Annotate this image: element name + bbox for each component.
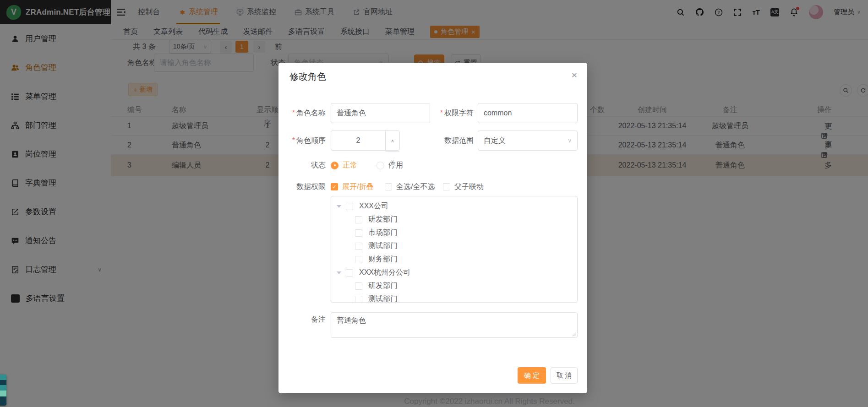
required-star: * — [440, 109, 443, 117]
radio-normal[interactable]: 正常 — [331, 161, 357, 170]
checkbox-label: 父子联动 — [454, 182, 484, 192]
field-label: 备注 — [311, 315, 326, 323]
status-radio-group: 正常 停用 — [331, 157, 403, 174]
dialog-title: 修改角色 — [289, 71, 326, 83]
tree-node[interactable]: 测试部门 — [331, 239, 577, 253]
checkbox-unchecked-icon[interactable] — [355, 243, 362, 250]
caret-down-icon[interactable] — [337, 205, 341, 208]
status-field-label: 状态 — [278, 157, 326, 174]
checkbox-unchecked-icon[interactable] — [346, 269, 353, 277]
tree-node-label: 研发部门 — [368, 215, 398, 224]
tree-node-label: 财务部门 — [368, 255, 398, 264]
increase-button[interactable]: ∧ — [386, 131, 399, 152]
role-order-stepper[interactable]: 2 ∧ ∨ — [331, 130, 400, 151]
radio-unselected-icon — [377, 162, 384, 169]
field-label: 角色顺序 — [296, 136, 326, 144]
tree-node-label: 测试部门 — [368, 241, 398, 251]
checkbox-parent-child-link[interactable]: 父子联动 — [443, 179, 484, 195]
role-order-field-label: *角色顺序 — [278, 130, 326, 151]
field-label: 角色名称 — [296, 109, 326, 117]
field-label: 权限字符 — [444, 109, 474, 117]
resize-handle-icon[interactable] — [572, 332, 576, 336]
chevron-down-icon: ∨ — [568, 130, 572, 151]
required-star: * — [292, 109, 295, 117]
checkbox-select-all[interactable]: 全选/全不选 — [385, 179, 435, 195]
data-scope-value: 自定义 — [484, 130, 506, 151]
app-window: V ZRAdmin.NET后台管理 控制台 系统管理 系统监控 — [0, 0, 868, 407]
tree-node[interactable]: 测试部门 — [331, 293, 577, 303]
remark-textarea[interactable]: 普通角色 — [331, 312, 578, 338]
tree-node-label: XXX公司 — [359, 201, 388, 211]
field-label: 数据范围 — [444, 136, 474, 144]
data-perm-options: ✓ 展开/折叠 全选/全不选 父子联动 — [278, 179, 587, 195]
checkbox-expand-collapse[interactable]: ✓ 展开/折叠 — [331, 179, 373, 195]
perm-char-field-label: *权限字符 — [416, 103, 474, 123]
tree-node[interactable]: XXX杭州分公司 — [331, 266, 577, 279]
role-name-field[interactable] — [331, 103, 430, 123]
checkbox-label: 展开/折叠 — [342, 182, 373, 192]
tree-node-label: 测试部门 — [368, 294, 398, 303]
remark-field-label: 备注 — [278, 315, 326, 324]
checkbox-unchecked-icon[interactable] — [346, 203, 353, 210]
data-scope-field-label: 数据范围 — [416, 130, 474, 151]
radio-selected-icon — [331, 162, 338, 169]
tree-node[interactable]: 研发部门 — [331, 279, 577, 293]
cancel-button[interactable]: 取 消 — [551, 367, 578, 384]
field-label: 状态 — [311, 161, 326, 169]
tree-node-label: 市场部门 — [368, 228, 398, 238]
stepper-controls: ∧ ∨ — [385, 131, 399, 150]
radio-label: 正常 — [343, 161, 357, 170]
checkbox-unchecked-icon[interactable] — [355, 216, 362, 223]
checkbox-unchecked-icon — [443, 183, 450, 190]
tree-node[interactable]: XXX公司 — [331, 200, 577, 213]
checkbox-unchecked-icon — [385, 183, 392, 190]
remark-value: 普通角色 — [337, 316, 366, 324]
checkbox-label: 全选/全不选 — [396, 182, 435, 192]
stepper-value: 2 — [331, 130, 385, 151]
perm-char-field[interactable] — [478, 103, 578, 123]
checkbox-checked-icon: ✓ — [331, 183, 338, 190]
checkbox-unchecked-icon[interactable] — [355, 296, 362, 303]
data-scope-select[interactable]: 自定义 ∨ — [478, 130, 578, 151]
dept-tree: XXX公司 研发部门 市场部门 测试部门 财务部门 XXX杭州分公司 — [331, 196, 578, 303]
role-name-field-label: *角色名称 — [278, 103, 326, 123]
radio-label: 停用 — [388, 161, 403, 170]
radio-disabled[interactable]: 停用 — [377, 161, 403, 170]
checkbox-unchecked-icon[interactable] — [355, 229, 362, 237]
tree-node[interactable]: 市场部门 — [331, 226, 577, 239]
tree-node[interactable]: 财务部门 — [331, 253, 577, 266]
required-star: * — [292, 136, 295, 144]
checkbox-unchecked-icon[interactable] — [355, 282, 362, 290]
checkbox-unchecked-icon[interactable] — [355, 256, 362, 263]
confirm-button[interactable]: 确 定 — [518, 367, 546, 384]
tree-node-label: 研发部门 — [368, 281, 398, 291]
tree-node-label: XXX杭州分公司 — [359, 268, 410, 277]
close-icon[interactable]: × — [572, 70, 577, 80]
caret-down-icon[interactable] — [337, 271, 341, 274]
tree-node[interactable]: 研发部门 — [331, 213, 577, 226]
edit-role-dialog: 修改角色 × *角色名称 *权限字符 *角色顺序 2 ∧ ∨ 数据范围 自定义 … — [278, 63, 587, 393]
floating-widget[interactable] — [0, 374, 6, 406]
